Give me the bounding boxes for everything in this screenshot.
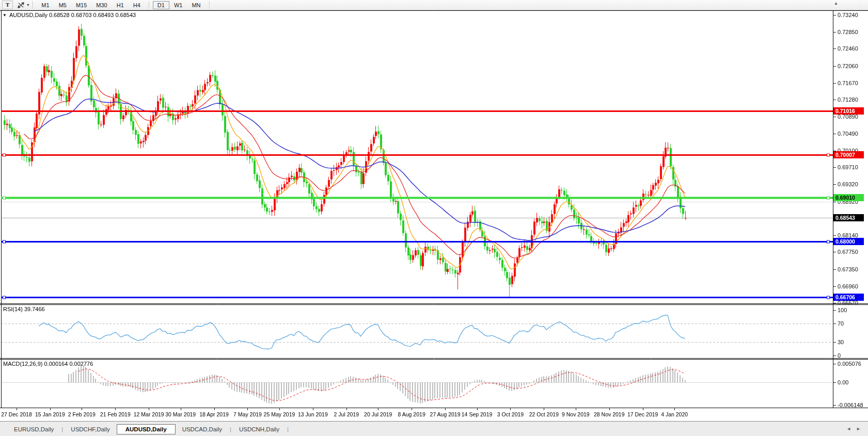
rsi-axis-tick: 100 [838,307,847,313]
price-axis-tick: 0.71670 [838,80,858,86]
price-axis-tick: 0.69320 [838,181,858,187]
trading-app-window: T ▾ M1M5M15M30H1H4D1W1MN ▲ ▼ AUDUSD [0,0,868,436]
timeframe-button-m30[interactable]: M30 [91,1,112,9]
chart-title: ▼ AUDUSD,Daily 0.68528 0.68703 0.68493 0… [3,12,136,18]
price-axis-tick: 0.72850 [838,29,858,35]
rsi-axis-tick: 30 [838,339,844,345]
toolbar-separator [209,1,210,9]
price-tag-0.70007[interactable]: 0.70007 [833,151,864,158]
tab-audusd-daily[interactable]: AUDUSD,Daily [117,424,176,434]
price-axis-tick: 0.66960 [838,283,858,289]
macd-axis-tick: 0.005076 [838,361,861,367]
chart-title-text: AUDUSD,Daily 0.68528 0.68703 0.68493 0.6… [9,12,136,18]
macd-axis-tick: 0.00 [838,379,848,385]
timeframe-button-h1[interactable]: H1 [112,1,129,9]
current-price-tag[interactable]: 0.68543 [833,214,864,221]
crosshair-icon [17,2,25,9]
price-axis-tick: 0.72060 [838,63,858,69]
tab-separator: | [229,426,232,432]
price-axis-tick: 0.67350 [838,266,858,272]
timeframe-button-h4[interactable]: H4 [129,1,145,9]
price-axis-tick: 0.70490 [838,131,858,137]
macd-indicator-label: MACD(12,26,9) 0.000164 0.002776 [3,361,93,367]
timeframe-buttons: M1M5M15M30H1H4D1W1MN [37,1,205,9]
macd-axis-tick: -0.006148 [838,402,863,408]
timeframe-button-w1[interactable]: W1 [169,1,187,9]
tab-scroll-right-icon[interactable]: ► [856,426,866,431]
rsi-axis-tick: 70 [838,320,844,327]
top-toolbar: T ▾ M1M5M15M30H1H4D1W1MN ▲ [0,0,868,10]
price-axis-tick: 0.66570 [838,300,858,306]
toolbar-separator [33,1,33,9]
date-label: 4 Jan 2020 [651,411,698,417]
rsi-indicator-label: RSI(14) 39.7466 [3,306,45,312]
symbol-tab-bar: EURUSD,Daily|USDCHF,DailyAUDUSD,DailyUSD… [0,421,868,436]
timeframe-button-m1[interactable]: M1 [37,1,54,9]
rsi-axis-tick: 0 [838,352,841,359]
toolbar-overflow-arrow[interactable]: ▲ [834,1,838,6]
price-tag-0.66706[interactable]: 0.66706 [833,294,864,301]
tab-scroll-left-icon[interactable]: ◄ [846,426,856,431]
tab-scroll-arrows: ◄► [846,426,866,431]
text-tool-button[interactable]: T [2,1,13,9]
price-axis-tick: 0.67750 [838,249,858,255]
timeframe-button-m5[interactable]: M5 [54,1,71,9]
price-axis-tick: 0.72460 [838,45,858,52]
tab-usdcad-daily[interactable]: USDCAD,Daily [176,425,229,434]
toolbar-separator [149,1,149,9]
chevron-down-icon: ▾ [27,3,29,7]
cursor-tool-dropdown[interactable]: ▾ [17,2,29,9]
tab-separator: | [60,426,64,432]
tab-usdchf-daily[interactable]: USDCHF,Daily [64,425,116,434]
tab-separator: | [286,426,290,432]
price-axis-tick: 0.73240 [838,12,858,18]
price-axis-tick: 0.69710 [838,164,858,170]
tab-usdcnh-daily[interactable]: USDCNH,Daily [232,425,286,434]
tab-eurusd-daily[interactable]: EURUSD,Daily [7,425,60,434]
price-tag-0.71016[interactable]: 0.71016 [833,107,864,115]
timeframe-button-mn[interactable]: MN [187,1,205,9]
price-tag-0.68000[interactable]: 0.68000 [833,238,864,245]
symbol-tabs: EURUSD,Daily|USDCHF,DailyAUDUSD,DailyUSD… [7,424,290,434]
price-tag-0.69010[interactable]: 0.69010 [833,194,864,201]
chart-canvas[interactable] [0,0,868,436]
price-axis-tick: 0.71280 [838,96,858,103]
collapse-icon[interactable]: ▼ [3,13,7,18]
timeframe-button-d1[interactable]: D1 [153,1,169,9]
timeframe-button-m15[interactable]: M15 [71,1,91,9]
